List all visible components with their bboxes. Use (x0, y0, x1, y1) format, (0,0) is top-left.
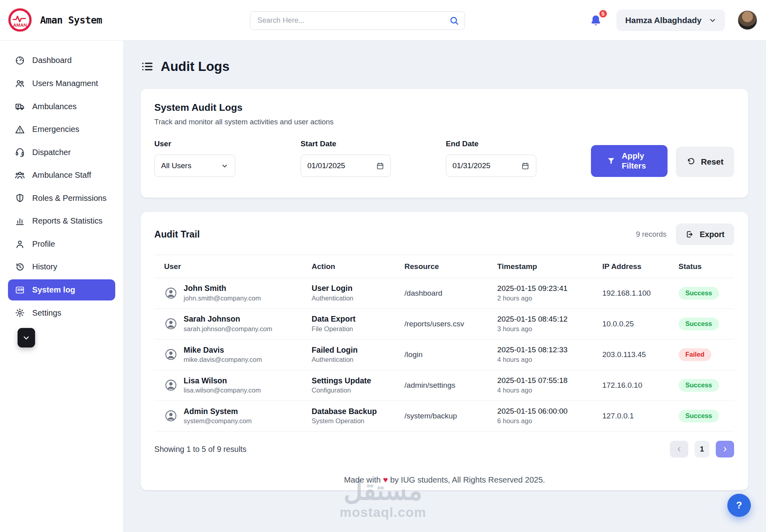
footer-text-prefix: Made with (344, 475, 381, 484)
avatar-icon (164, 317, 177, 330)
resource-path: /reports/users.csv (404, 320, 464, 328)
sidebar-item-settings[interactable]: Settings (8, 302, 116, 324)
sidebar-item-reports-statistics[interactable]: Reports & Statistics (8, 210, 116, 232)
audit-table: User Action Resource Timestamp IP Addres… (154, 255, 734, 432)
logo-text: AMAN (13, 22, 27, 27)
sidebar-item-label: Settings (32, 308, 61, 318)
next-page-button[interactable] (716, 441, 734, 457)
action-title: Settings Update (312, 376, 391, 385)
action-title: Data Export (312, 314, 391, 324)
table-row: Lisa Wilsonlisa.wilson@company.com Setti… (154, 370, 734, 400)
user-name: Sarah Johnson (184, 314, 272, 324)
chevron-down-icon (221, 162, 229, 170)
avatar-icon (164, 287, 177, 300)
notification-count-badge: 5 (599, 9, 608, 18)
filters-card: System Audit Logs Track and monitor all … (141, 89, 748, 198)
notifications-button[interactable]: 5 (589, 12, 604, 28)
sidebar-item-profile[interactable]: Profile (8, 233, 116, 255)
end-date-input[interactable]: 01/31/2025 (446, 155, 536, 177)
sidebar-item-label: System log (32, 285, 75, 294)
records-count: 9 records (636, 230, 667, 239)
sidebar-item-label: Ambulances (32, 102, 77, 111)
status-badge: Success (679, 287, 719, 300)
filter-actions: Apply Filters Reset (591, 145, 734, 177)
apply-filters-label: Apply Filters (622, 151, 652, 171)
sidebar-item-ambulances[interactable]: Ambulances (8, 96, 116, 117)
sidebar-collapse-button[interactable] (18, 328, 35, 347)
previous-page-button[interactable] (670, 441, 689, 457)
search-input[interactable] (250, 11, 465, 30)
sidebar-item-emergencies[interactable]: Emergencies (8, 119, 116, 140)
bar-chart-icon (15, 216, 25, 226)
time-ago: 4 hours ago (497, 356, 589, 364)
help-button[interactable]: ? (727, 494, 751, 517)
ip-address: 127.0.0.1 (603, 412, 634, 420)
action-title: Failed Login (312, 346, 391, 355)
sidebar-item-dashboard[interactable]: Dashboard (8, 50, 116, 71)
timestamp: 2025-01-15 08:45:12 (497, 315, 589, 324)
filters-card-subtitle: Track and monitor all system activities … (154, 118, 734, 126)
page-title: Audit Logs (161, 59, 230, 74)
sidebar-item-ambulance-staff[interactable]: Ambulance Staff (8, 165, 116, 186)
history-clock-icon (15, 262, 25, 272)
col-user: User (154, 255, 302, 278)
sidebar-item-label: Ambulance Staff (32, 171, 91, 180)
action-type: Configuration (312, 387, 391, 395)
warning-icon (15, 124, 25, 135)
user-name: Admin System (184, 407, 252, 416)
action-title: Database Backup (312, 407, 391, 416)
main-content: Audit Logs System Audit Logs Track and m… (124, 41, 766, 532)
start-date-input[interactable]: 01/01/2025 (301, 155, 391, 177)
user-name: Hamza Albaghdady (625, 16, 701, 25)
resource-path: /login (404, 350, 422, 359)
apply-filters-button[interactable]: Apply Filters (591, 145, 668, 177)
headset-icon (15, 147, 25, 157)
user-avatar[interactable] (738, 10, 757, 30)
resource-path: /admin/settings (404, 381, 455, 389)
export-label: Export (700, 230, 725, 239)
status-badge: Success (679, 379, 719, 392)
export-icon (685, 230, 694, 239)
calendar-icon (521, 162, 530, 170)
app-root: AMAN Aman System 5 Hamza Albaghdady (0, 0, 766, 532)
sidebar-item-label: Dispatcher (32, 148, 71, 157)
filter-row: User All Users Start Date 01/01/2025 End… (154, 139, 734, 177)
sidebar-item-system-log[interactable]: System log (8, 279, 116, 301)
time-ago: 3 hours ago (497, 325, 589, 333)
header-right: 5 Hamza Albaghdady (589, 0, 757, 41)
aman-logo-icon: AMAN (7, 7, 33, 33)
action-type: Authentication (312, 356, 391, 364)
end-date-group: End Date 01/31/2025 (446, 139, 591, 177)
page-number-button[interactable]: 1 (695, 441, 709, 457)
chevron-right-icon (721, 446, 729, 453)
sidebar-item-label: Profile (32, 239, 55, 249)
chevron-down-icon (708, 16, 717, 25)
user-email: lisa.wilson@company.com (184, 387, 261, 395)
user-filter-label: User (154, 139, 301, 148)
users-icon (15, 79, 25, 89)
export-button[interactable]: Export (676, 224, 734, 245)
brand: AMAN Aman System (7, 7, 102, 33)
resource-path: /dashboard (404, 289, 442, 297)
sidebar-item-label: Emergencies (32, 125, 79, 134)
start-date-group: Start Date 01/01/2025 (301, 139, 446, 177)
ip-address: 192.168.1.100 (603, 289, 651, 297)
reset-button[interactable]: Reset (676, 147, 734, 177)
sidebar: Dashboard Users Managment Ambulances Eme… (0, 41, 124, 532)
time-ago: 4 hours ago (497, 387, 589, 395)
user-menu-button[interactable]: Hamza Albaghdady (616, 10, 725, 31)
sidebar-item-dispatcher[interactable]: Dispatcher (8, 141, 116, 163)
heart-icon: ♥ (383, 475, 388, 484)
user-filter-select[interactable]: All Users (154, 155, 235, 177)
sidebar-item-roles-permissions[interactable]: Roles & Permissions (8, 187, 116, 209)
end-date-value: 01/31/2025 (453, 161, 490, 170)
sidebar-item-users-managment[interactable]: Users Managment (8, 73, 116, 94)
status-badge: Failed (679, 348, 711, 361)
sidebar-item-history[interactable]: History (8, 256, 116, 278)
user-filter-value: All Users (161, 161, 191, 170)
reset-label: Reset (701, 157, 724, 167)
search-button[interactable] (447, 14, 461, 27)
shield-icon (15, 193, 25, 203)
audit-trail-title: Audit Trail (154, 229, 200, 240)
timestamp: 2025-01-15 06:00:00 (497, 407, 589, 416)
